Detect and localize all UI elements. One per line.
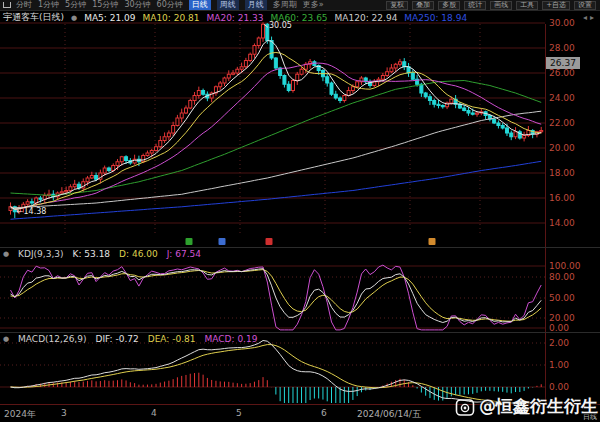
macd-hist-value: MACD: 0.19 [205,334,258,344]
scroll-right-icon[interactable]: ▸ [590,13,594,22]
indicator-dot-icon[interactable]: ● [71,14,77,22]
stock-chart-app: 30.05←14.38 分时1分钟5分钟15分钟30分钟60分钟日线周线月线多周… [0,0,600,422]
period-tab-4[interactable]: 30分钟 [124,0,150,10]
axis-label-kdj-2: 50.00 [549,293,575,303]
period-tab-6[interactable]: 日线 [189,0,211,10]
macd-dif-value: DIF: -0.72 [95,334,138,344]
kdj-k-value: K: 53.18 [73,249,111,259]
axis-label-main-6: 18.00 [549,168,575,178]
ma-legend-item-0: MA5: 21.09 [84,13,135,23]
ma-legend-item-4: MA120: 22.94 [335,13,398,23]
time-axis-month-4: 6 [321,408,327,418]
window-icon[interactable] [3,2,11,8]
watermark-text: @恒鑫衍生衍生 [479,395,598,418]
axis-label-main-5: 20.00 [549,143,575,153]
period-tabs: 分时1分钟5分钟15分钟30分钟60分钟日线周线月线多周期更多» [16,0,324,10]
axis-label-macd-1: 1.00 [549,360,569,370]
ma-legend-item-3: MA60: 23.65 [271,13,328,23]
weibo-eye-icon [455,397,475,417]
axis-label-kdj-1: 80.00 [549,272,575,282]
cursor-date-label: 2024/06/14/五 [357,408,421,421]
axis-label-main-4: 22.00 [549,118,575,128]
toolbar-button-3[interactable]: 统计 [464,1,486,10]
cursor-price-label: 26.37 [546,57,580,69]
svg-text:←14.38: ←14.38 [17,207,47,216]
kdj-d-value: D: 46.00 [119,249,158,259]
toolbar-button-7[interactable]: 设置 [574,1,596,10]
macd-name: MACD(12,26,9) [18,334,86,344]
scroll-left-icon[interactable]: ◂ [583,13,587,22]
time-axis-month-2: 4 [151,408,157,418]
period-tab-7[interactable]: 周线 [217,0,239,10]
header-arrows: ◂ ▸ [583,13,594,22]
axis-label-main-2: 26.00 [549,68,575,78]
kdj-j-value: J: 67.54 [167,249,201,259]
toolbar-button-2[interactable]: 多股 [438,1,460,10]
ma-legend-item-1: MA10: 20.81 [142,13,199,23]
axis-label-main-8: 14.00 [549,218,575,228]
axis-label-main-7: 16.00 [549,193,575,203]
indicator-dot-icon[interactable]: ● [3,335,9,343]
kdj-name: KDJ(9,3,3) [18,249,63,259]
period-tab-5[interactable]: 60分钟 [157,0,183,10]
chart-canvas[interactable]: 30.05←14.38 [0,0,600,422]
watermark: @恒鑫衍生衍生 [455,395,598,418]
period-tab-3[interactable]: 15分钟 [92,0,118,10]
ma-legend-item-5: MA250: 18.94 [404,13,467,23]
stock-title: 宇通客车(日线) [3,11,64,24]
axis-label-kdj-3: 20.00 [549,313,575,323]
period-tab-8[interactable]: 月线 [245,0,267,10]
axis-label-macd-0: 2.00 [549,338,569,348]
toolbar-button-0[interactable]: 复权 [386,1,408,10]
toolbar-button-5[interactable]: 工具 [516,1,538,10]
period-tab-2[interactable]: 5分钟 [65,0,86,10]
ma-legend-item-2: MA20: 21.33 [207,13,264,23]
chart-header: 宇通客车(日线) ● MA5: 21.09MA10: 20.81MA20: 21… [0,11,600,24]
period-toolbar: 分时1分钟5分钟15分钟30分钟60分钟日线周线月线多周期更多» 复权叠加多股统… [0,0,600,10]
axis-label-kdj-0: 100.00 [549,261,581,271]
toolbar-actions: 复权叠加多股统计画线工具+自选设置 [386,1,596,10]
axis-label-main-3: 24.00 [549,93,575,103]
toolbar-button-4[interactable]: 画线 [490,1,512,10]
axis-label-main-0: 30.00 [549,18,575,28]
period-tab-10[interactable]: 更多» [303,0,324,10]
macd-dea-value: DEA: -0.81 [148,334,196,344]
axis-label-macd-2: 0.00 [549,382,569,392]
period-tab-1[interactable]: 1分钟 [38,0,59,10]
macd-panel-header: ● MACD(12,26,9) DIF: -0.72 DEA: -0.81 MA… [3,333,257,344]
time-axis-month-3: 5 [236,408,242,418]
period-tab-9[interactable]: 多周期 [273,0,297,10]
toolbar-button-6[interactable]: +自选 [542,1,570,10]
axis-label-kdj-4: 0.00 [549,323,569,333]
toolbar-button-1[interactable]: 叠加 [412,1,434,10]
axis-label-main-1: 28.00 [549,43,575,53]
time-axis-month-0: 2024年 [4,408,36,421]
time-axis-month-1: 3 [61,408,67,418]
indicator-dot-icon[interactable]: ● [3,250,9,258]
ma-legend: MA5: 21.09MA10: 20.81MA20: 21.33MA60: 23… [84,13,467,23]
period-tab-0[interactable]: 分时 [16,0,32,10]
kdj-panel-header: ● KDJ(9,3,3) K: 53.18 D: 46.00 J: 67.54 [3,248,201,259]
